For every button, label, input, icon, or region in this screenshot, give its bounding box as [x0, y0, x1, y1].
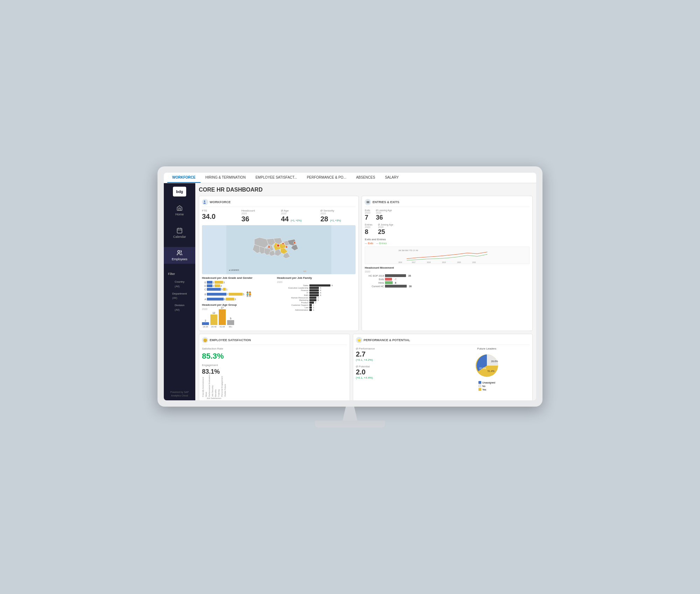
- svg-point-4: [178, 250, 180, 253]
- tab-performance[interactable]: PERFORMANCE & PO...: [302, 173, 351, 183]
- potential-value: 2.0: [356, 368, 441, 376]
- svg-text:2018: 2018: [427, 262, 431, 263]
- age-year: 2020: [281, 212, 316, 215]
- performance-pie-chart: 28.6% 20.0% 51.4%: [473, 352, 501, 380]
- entries-section-title: ENTRIES & EXITS: [372, 200, 399, 204]
- svg-text:28.6%: 28.6%: [491, 360, 498, 362]
- filter-department: Department (All): [168, 290, 191, 302]
- svg-text:51.4%: 51.4%: [488, 370, 495, 372]
- fte-label: FTE: [202, 209, 237, 212]
- fte-value: 34.0: [202, 212, 237, 221]
- seniority-year: 2020: [320, 212, 356, 215]
- job-grade-chart: E 2 3: [202, 281, 274, 301]
- sidebar-item-calendar[interactable]: Calendar: [164, 225, 195, 241]
- svg-text:2016: 2016: [398, 262, 402, 263]
- workforce-card-icon: [202, 199, 208, 205]
- hc-movement-title: Headcount Movement: [365, 266, 530, 269]
- perf-label: Ø Performance: [356, 347, 441, 350]
- exits-hc-label: Exits: [365, 278, 384, 281]
- entries-count-value: 8: [365, 228, 372, 236]
- engagement-label: Engagement: [202, 364, 347, 367]
- svg-text:20.0%: 20.0%: [479, 367, 486, 369]
- sidebar-item-employees[interactable]: Employees: [164, 247, 195, 264]
- perf-value: 2.7: [356, 350, 441, 358]
- seniority-badge: (+1, +3%): [330, 219, 341, 222]
- perf-delta: (+0.1, +4.2%): [356, 358, 441, 361]
- pie-legend: Unassigned No Yes: [478, 381, 495, 391]
- svg-text:1M 3M 6M YTD 1Y All: 1M 3M 6M YTD 1Y All: [398, 249, 418, 251]
- calendar-icon: [176, 227, 183, 234]
- leaving-age-value: 36: [376, 214, 392, 221]
- stand-neck: [340, 407, 360, 421]
- entries-exits-card: ✉ ENTRIES & EXITS Exits 2020 7: [362, 196, 533, 331]
- filter-country: Country (All): [170, 278, 189, 290]
- age-badge: (+1, +2%): [290, 219, 301, 222]
- svg-point-8: [282, 243, 284, 245]
- svg-text:2019: 2019: [442, 262, 446, 263]
- age-group-title: Headcount per Age Group: [202, 303, 274, 306]
- svg-text:2017: 2017: [412, 262, 416, 263]
- satisfaction-categories: Friendly Environment Work Performance Ev…: [202, 378, 347, 399]
- joining-age-value: 25: [378, 228, 393, 236]
- employees-icon: [176, 250, 183, 256]
- job-family-chart: Sales 9 Executive Leadership 4: [277, 284, 356, 311]
- tab-workforce[interactable]: WORKFORCE: [167, 173, 201, 183]
- joining-age-year: 2020: [378, 226, 393, 228]
- exits-hc-value: -7: [394, 278, 396, 281]
- leaving-age-year: 2020: [376, 212, 392, 214]
- svg-text:2021: 2021: [472, 262, 476, 263]
- headcount-year: 2020: [241, 212, 277, 215]
- job-grade-title: Headcount per Job Grade and Gender: [202, 276, 274, 279]
- future-leaders-label: Future Leaders: [477, 347, 496, 350]
- svg-text:esri: esri: [303, 270, 306, 272]
- age-value: 44 (+1, +2%): [281, 215, 316, 223]
- sidebar-calendar-label: Calendar: [173, 235, 186, 239]
- sidebar-employees-label: Employees: [172, 257, 188, 261]
- tab-absences[interactable]: ABSENCES: [351, 173, 380, 183]
- job-family-title: Headcount per Job Family: [277, 276, 356, 279]
- svg-point-7: [277, 244, 280, 247]
- filter-label: Filter: [168, 272, 175, 276]
- sidebar-item-home[interactable]: Home: [164, 202, 195, 219]
- stand-base: [315, 421, 385, 428]
- exits-label: Exits: [365, 209, 370, 212]
- hc-eop-label: HC EOP 2019: [365, 275, 384, 277]
- seniority-label: Ø Seniority: [320, 209, 356, 212]
- potential-label: Ø Potential: [356, 365, 441, 368]
- hc-movement-section: Headcount Movement 2020 HC EOP 2019 35 E…: [365, 266, 530, 288]
- hc-eop-value: 35: [408, 275, 411, 277]
- entries-card-icon: ✉: [365, 199, 371, 205]
- joining-age-label: Ø Joining Age: [378, 223, 393, 226]
- sidebar: bdg Home: [164, 183, 195, 400]
- satisfaction-title: EMPLOYEE SATISFACTION: [210, 338, 251, 342]
- current-hc-value: 36: [409, 285, 412, 288]
- chart-legend: — Exits — Entries: [365, 242, 530, 244]
- engagement-value: 83.1%: [202, 368, 347, 375]
- svg-point-11: [268, 246, 270, 248]
- job-family-year: 2020: [277, 281, 356, 283]
- svg-point-9: [286, 246, 288, 248]
- filter-section: Filter: [164, 269, 195, 278]
- svg-point-5: [204, 201, 205, 202]
- age-label: Ø Age: [281, 209, 316, 212]
- tab-satisfaction[interactable]: EMPLOYEE SATISFACT...: [251, 173, 302, 183]
- exits-entries-chart-title: Exits and Entries: [365, 238, 530, 241]
- powered-by: Powered by SAP Analytics Cloud: [168, 388, 192, 400]
- tab-salary[interactable]: SALARY: [380, 173, 404, 183]
- entries-year: 2020: [365, 226, 372, 228]
- performance-title: PERFORMANCE & POTENTIAL: [364, 338, 410, 342]
- satisfaction-rate-value: 85.3%: [202, 352, 347, 361]
- exits-year: 2020: [365, 212, 370, 214]
- tab-hiring[interactable]: HIRING & TERMINATION: [201, 173, 251, 183]
- svg-point-10: [294, 242, 296, 244]
- svg-text:◄ LEGENDS: ◄ LEGENDS: [229, 269, 239, 271]
- performance-card: ⭐ PERFORMANCE & POTENTIAL Ø Performance …: [353, 334, 533, 400]
- satisfaction-icon: 😊: [202, 337, 208, 343]
- headcount-value: 36: [241, 215, 277, 223]
- age-group-year: 2020: [202, 308, 274, 310]
- home-icon: [176, 205, 183, 211]
- exits-value: 7: [365, 214, 370, 221]
- workforce-map: ◄ LEGENDS esri: [202, 225, 356, 274]
- sidebar-home-label: Home: [175, 213, 184, 216]
- hc-movement-year: 2020: [365, 270, 530, 273]
